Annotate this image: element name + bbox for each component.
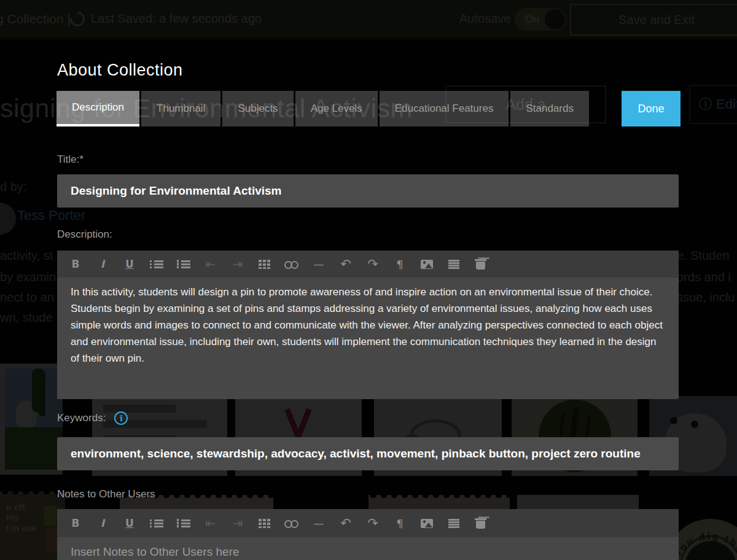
underline-icon[interactable]: U [116,251,143,278]
title-input[interactable]: Designing for Environmental Activism [57,174,679,208]
numbered-list-icon[interactable] [170,510,197,537]
bold-icon[interactable]: B [62,251,89,278]
bullet-list-icon[interactable] [143,510,170,537]
table-icon[interactable] [251,251,278,278]
link-icon[interactable] [278,251,305,278]
keywords-input[interactable]: environment, science, stewardship, advoc… [57,437,679,470]
redo-icon[interactable]: ↷ [359,510,386,537]
title-label: Title:* [57,154,84,166]
underline-icon[interactable]: U [116,510,143,537]
tab-description[interactable]: Description [57,91,139,126]
about-collection-modal: About Collection Description Thumbnail S… [0,0,737,560]
image-icon[interactable] [413,510,440,537]
tab-thumbnail[interactable]: Thumbnail [141,91,220,126]
align-icon[interactable] [440,251,467,278]
description-editor: B I U ⇤ ⇥ — ↶ ↷ ¶ In this activity, stud… [57,251,679,399]
pilcrow-icon[interactable]: ¶ [386,251,413,278]
outdent-icon[interactable]: ⇤ [197,510,224,537]
outdent-icon[interactable]: ⇤ [197,251,224,278]
italic-icon[interactable]: I [89,510,116,537]
notes-editor: B I U ⇤ ⇥ — ↶ ↷ ¶ Insert Notes to Other … [57,509,679,560]
undo-icon[interactable]: ↶ [332,510,359,537]
tab-age-levels[interactable]: Age Levels [295,91,378,126]
indent-icon[interactable]: ⇥ [224,251,251,278]
trash-icon[interactable] [467,251,494,278]
table-icon[interactable] [251,510,278,537]
bold-icon[interactable]: B [62,510,89,537]
done-button[interactable]: Done [622,91,680,126]
description-label: Description: [57,228,112,241]
tab-educational-features[interactable]: Educational Features [380,91,509,126]
bullet-list-icon[interactable] [143,251,170,278]
info-icon[interactable]: i [114,411,128,425]
indent-icon[interactable]: ⇥ [224,510,251,537]
notes-text-area[interactable]: Insert Notes to Other Users here [57,537,679,560]
modal-tabs: Description Thumbnail Subjects Age Level… [57,91,680,126]
redo-icon[interactable]: ↷ [359,251,386,278]
keywords-label: Keywords: [57,412,106,424]
align-icon[interactable] [440,510,467,537]
notes-label: Notes to Other Users [57,488,155,500]
tab-subjects[interactable]: Subjects [222,91,293,126]
notes-toolbar: B I U ⇤ ⇥ — ↶ ↷ ¶ [57,509,679,537]
tab-standards[interactable]: Standards [510,91,589,126]
image-icon[interactable] [413,251,440,278]
numbered-list-icon[interactable] [170,251,197,278]
screen: g Collection | Last Saved: a few seconds… [0,0,737,560]
hr-icon[interactable]: — [305,251,332,278]
pilcrow-icon[interactable]: ¶ [386,510,413,537]
trash-icon[interactable] [467,510,494,537]
modal-heading: About Collection [57,61,183,80]
italic-icon[interactable]: I [89,251,116,278]
description-text-area[interactable]: In this activity, students will design a… [57,278,679,373]
link-icon[interactable] [278,510,305,537]
description-toolbar: B I U ⇤ ⇥ — ↶ ↷ ¶ [57,251,679,278]
hr-icon[interactable]: — [305,510,332,537]
undo-icon[interactable]: ↶ [332,251,359,278]
